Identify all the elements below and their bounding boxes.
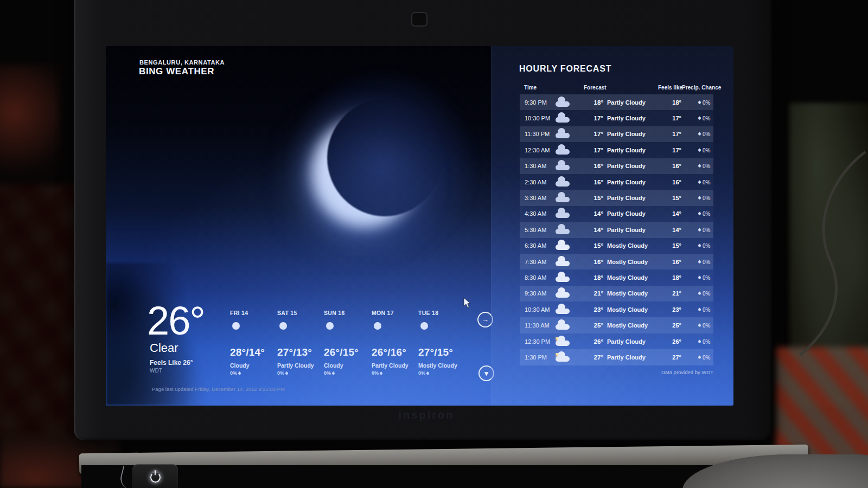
raindrop-icon [426, 371, 430, 375]
hour-condition-icon [556, 130, 570, 138]
raindrop-icon [698, 148, 701, 152]
hour-temp: 14° [572, 227, 603, 233]
day-condition: Partly Cloudy [372, 362, 417, 369]
hour-precip: 0% [698, 115, 710, 121]
raindrop-icon [698, 212, 701, 216]
hourly-row: 7:30 AM 16° Mostly Cloudy 16° 0% [520, 254, 713, 269]
hour-condition: Mostly Cloudy [607, 274, 648, 281]
day-condition: Cloudy [324, 362, 369, 369]
hour-feels-like: 26° [664, 338, 681, 345]
screen: BENGALURU, KARNATAKA BING WEATHER 26° Cl… [106, 46, 733, 406]
day-label: TUE 18 [418, 310, 464, 316]
hour-feels-like: 15° [664, 242, 681, 249]
webcam [411, 12, 427, 27]
power-icon [150, 472, 161, 483]
background-object-left [0, 65, 60, 184]
hourly-row: 2:30 AM 16° Partly Cloudy 16° 0% [520, 174, 713, 190]
day-label: MON 17 [372, 310, 417, 316]
raindrop-icon [379, 371, 383, 375]
hourly-row: 10:30 PM 17° Partly Cloudy 17° 0% [520, 110, 713, 126]
hour-precip: 0% [698, 323, 710, 329]
feels-like-label: Feels Like 26° [150, 359, 193, 367]
hour-condition-icon [556, 226, 570, 234]
hour-feels-like: 17° [664, 131, 681, 137]
hourly-forecast-panel: HOURLY FORECAST Time Forecast Feels like… [491, 46, 733, 406]
high-low-temps: 26°/15° [324, 346, 369, 358]
raindrop-icon [698, 355, 701, 359]
hour-feels-like: 18° [664, 99, 681, 106]
hour-condition-icon [556, 146, 570, 155]
raindrop-icon [698, 275, 701, 279]
daily-forecast-tile[interactable]: TUE 18 27°/15° Mostly Cloudy 0% [418, 310, 464, 376]
hourly-row: 1:30 PM 27° Partly Cloudy 27° 0% [520, 349, 713, 365]
hour-condition: Partly Cloudy [607, 115, 646, 121]
hour-condition: Mostly Cloudy [607, 322, 648, 329]
data-provider-label: WDT [150, 368, 162, 374]
raindrop-icon [698, 244, 701, 248]
hour-precip: 0% [698, 354, 710, 360]
hour-precip: 0% [698, 274, 710, 280]
hour-time: 2:30 AM [525, 179, 546, 185]
hour-feels-like: 14° [664, 210, 681, 217]
hour-precip: 0% [698, 306, 710, 312]
raindrop-icon [698, 260, 701, 264]
hour-precip: 0% [698, 259, 710, 265]
hourly-row: 9:30 PM 18° Partly Cloudy 18° 0% [520, 94, 713, 110]
photo-of-laptop: inspiron BENGALURU, KARNATAKA BING WEATH… [0, 0, 868, 488]
hour-feels-like: 23° [664, 306, 681, 313]
hour-temp: 14° [572, 210, 603, 217]
hour-temp: 23° [572, 306, 603, 313]
hour-time: 3:30 AM [525, 195, 546, 201]
column-precip-chance: Precip. Chance [682, 85, 721, 91]
hour-feels-like: 27° [664, 354, 681, 361]
hourly-row: 8:30 AM 18° Mostly Cloudy 18° 0% [520, 269, 713, 285]
hour-condition: Partly Cloudy [607, 147, 646, 153]
hour-condition-icon [556, 353, 570, 362]
hourly-row: 10:30 AM 23° Mostly Cloudy 23° 0% [520, 301, 713, 317]
hour-precip: 0% [698, 179, 710, 185]
daily-forecast-tile[interactable]: SUN 16 26°/15° Cloudy 0% [324, 310, 369, 376]
high-low-temps: 28°/14° [230, 346, 276, 358]
hour-temp: 21° [572, 290, 603, 297]
hour-precip: 0% [698, 99, 710, 105]
hourly-rows[interactable]: 9:30 PM 18° Partly Cloudy 18° 0% 10:30 P… [520, 94, 713, 365]
hour-time: 11:30 PM [525, 131, 550, 137]
raindrop-icon [698, 292, 701, 296]
hour-condition: Partly Cloudy [607, 195, 646, 201]
hour-time: 7:30 AM [525, 259, 546, 265]
hour-condition: Partly Cloudy [607, 163, 646, 169]
hour-time: 11:30 AM [525, 322, 550, 329]
hour-precip: 0% [698, 163, 710, 169]
hour-temp: 16° [572, 259, 603, 265]
day-precip: 0% [418, 370, 464, 376]
day-precip: 0% [372, 370, 417, 376]
hour-condition: Partly Cloudy [607, 131, 646, 137]
raindrop-icon [698, 132, 701, 136]
hour-feels-like: 17° [664, 115, 681, 121]
power-button[interactable] [132, 464, 178, 488]
hour-condition: Partly Cloudy [607, 338, 646, 345]
day-precip: 0% [277, 370, 323, 376]
hour-temp: 17° [572, 115, 603, 121]
hour-time: 9:30 AM [525, 290, 546, 297]
daily-forecast-tile[interactable]: FRI 14 28°/14° Cloudy 0% [230, 310, 276, 376]
column-forecast: Forecast [584, 85, 607, 91]
day-condition: Cloudy [230, 362, 276, 369]
hour-time: 10:30 PM [525, 115, 550, 121]
hour-condition: Mostly Cloudy [607, 290, 648, 297]
hour-condition: Mostly Cloudy [607, 259, 648, 265]
hour-temp: 26° [572, 338, 603, 345]
daily-forecast-tile[interactable]: SAT 15 27°/13° Partly Cloudy 0% [277, 310, 323, 376]
daily-forecast-tile[interactable]: MON 17 26°/16° Partly Cloudy 0% [372, 310, 417, 376]
hour-precip: 0% [698, 338, 710, 344]
hour-feels-like: 16° [664, 163, 681, 169]
hour-condition-icon [556, 209, 570, 218]
high-low-temps: 26°/16° [372, 346, 417, 358]
hourly-row: 6:30 AM 15° Mostly Cloudy 15° 0% [520, 238, 713, 254]
hour-feels-like: 18° [664, 274, 681, 281]
hour-feels-like: 25° [664, 322, 681, 329]
hour-condition: Mostly Cloudy [607, 306, 648, 313]
hour-condition-icon [556, 258, 570, 266]
hour-precip: 0% [698, 147, 710, 153]
high-low-temps: 27°/15° [418, 346, 464, 358]
